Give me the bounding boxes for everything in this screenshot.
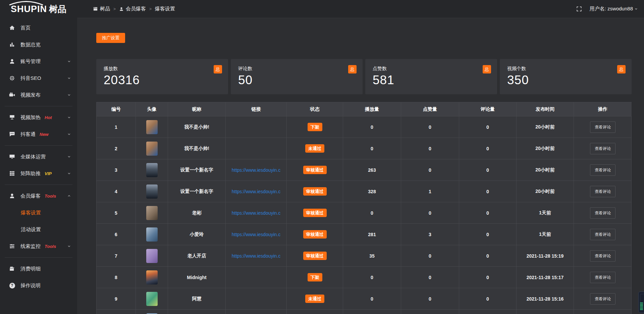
cell-nickname: Midnight: [168, 267, 226, 288]
cell-publish-time: [517, 310, 574, 314]
avatar: [146, 270, 158, 284]
sidebar-item-douyin-seo[interactable]: 抖音SEO: [0, 70, 77, 87]
cell-id: 10: [97, 310, 136, 314]
table-row: 1我不是小帅!下架00020小时前查看评论: [97, 116, 631, 138]
videos-table: 编号 头像 昵称 链接 状态 播放量 点赞量 评论量 发布时间 操作 1我不是小…: [96, 102, 632, 314]
column-header-plays: 播放量: [343, 102, 401, 116]
video-link[interactable]: https://www.iesdouyin.c: [232, 253, 281, 259]
view-comments-button[interactable]: 查看评论: [590, 164, 615, 176]
cell-id: 8: [97, 267, 136, 288]
cell-status: 审核通过: [287, 245, 343, 267]
video-link[interactable]: https://www.iesdouyin.c: [232, 232, 281, 237]
sidebar-item-douketong[interactable]: 抖客通 New: [0, 126, 77, 143]
gear-icon: [9, 75, 15, 82]
sidebar-item-matrix-boost[interactable]: 矩阵助推 VIP: [0, 165, 77, 182]
sidebar-item-clue-monitor[interactable]: 线索监控 Tools: [0, 238, 77, 255]
view-comments-button[interactable]: 查看评论: [590, 207, 615, 219]
sidebar-subitem-activity-settings[interactable]: 活动设置: [0, 221, 77, 238]
table-header: 编号 头像 昵称 链接 状态 播放量 点赞量 评论量 发布时间 操作: [97, 102, 631, 116]
sidebar-item-home[interactable]: 首页: [0, 19, 77, 36]
new-badge: New: [40, 132, 49, 137]
breadcrumb-item-member-baoke[interactable]: 会员爆客: [119, 6, 146, 12]
view-comments-button[interactable]: 查看评论: [590, 143, 615, 154]
avatar: [146, 185, 158, 199]
avatar: [146, 292, 158, 306]
video-link[interactable]: https://www.iesdouyin.c: [232, 189, 281, 194]
column-header-link: 链接: [226, 102, 287, 116]
sidebar-item-consumption-detail[interactable]: 消费明细: [0, 260, 77, 277]
cell-likes: 0: [401, 245, 459, 267]
user-icon: [9, 58, 15, 65]
total-badge: 总: [348, 65, 357, 73]
cell-likes: 0: [401, 116, 459, 138]
cell-actions: 查看评论: [574, 138, 632, 159]
cell-likes: [401, 310, 459, 314]
help-icon: ?: [9, 282, 15, 289]
chevron-down-icon: [67, 132, 71, 136]
cell-avatar: [136, 116, 168, 138]
stat-label: 视频个数: [507, 66, 624, 72]
cell-comments: 0: [459, 202, 517, 224]
sidebar-subitem-baoke-settings[interactable]: 爆客设置: [0, 204, 77, 221]
cell-plays: 0: [343, 202, 401, 224]
breadcrumb-separator: >: [113, 7, 116, 11]
cell-id: 6: [97, 224, 136, 245]
total-badge: 总: [214, 65, 222, 73]
sidebar-item-all-media[interactable]: 全媒体运营: [0, 148, 77, 165]
cell-nickname: 设置一个新名字: [168, 159, 226, 181]
home-icon: [9, 24, 15, 31]
user-menu[interactable]: 用户名: zswodun88: [590, 6, 638, 12]
video-link[interactable]: https://www.iesdouyin.c: [232, 167, 281, 173]
avatar: [146, 206, 158, 220]
sidebar-item-data-overview[interactable]: 数据总览: [0, 36, 77, 53]
fullscreen-icon[interactable]: [576, 6, 582, 12]
cell-nickname: 我不是小帅!: [168, 116, 226, 138]
tools-badge: Tools: [45, 244, 56, 249]
breadcrumb-item-home[interactable]: 树品: [93, 6, 110, 12]
sidebar-divider: [5, 106, 72, 106]
sidebar-divider: [5, 145, 72, 146]
cell-status: 下架: [287, 267, 343, 288]
cell-status: 未通过: [287, 288, 343, 310]
sidebar-item-video-heating[interactable]: 视频加热 Hot: [0, 109, 77, 126]
stat-label: 播放数: [104, 66, 221, 72]
view-comments-button[interactable]: 查看评论: [590, 186, 615, 197]
floating-widget[interactable]: [638, 292, 644, 313]
sidebar-item-video-publish[interactable]: 视频发布: [0, 87, 77, 103]
sidebar-item-instructions[interactable]: ? 操作说明: [0, 277, 77, 294]
sidebar-divider: [5, 257, 72, 258]
view-comments-button[interactable]: 查看评论: [590, 121, 615, 133]
view-comments-button[interactable]: 查看评论: [590, 272, 615, 283]
cell-id: 5: [97, 202, 136, 224]
chevron-down-icon: [67, 244, 71, 248]
stat-card-videos: 视频个数 350 总: [500, 59, 632, 94]
video-link[interactable]: https://www.iesdouyin.c: [232, 210, 281, 216]
sidebar-item-account-management[interactable]: 账号管理: [0, 53, 77, 70]
cell-link: https://www.iesdouyin.c: [226, 245, 287, 267]
status-badge: 下架: [308, 273, 322, 281]
stat-value: 50: [238, 73, 355, 87]
status-badge: 审核通过: [303, 230, 327, 239]
avatar: [146, 142, 158, 156]
cell-publish-time: 20小时前: [517, 181, 574, 202]
app-logo[interactable]: SHUPIN 树品: [0, 0, 77, 18]
view-comments-button[interactable]: 查看评论: [590, 229, 615, 240]
cell-likes: 3: [401, 224, 459, 245]
chevron-down-icon: [67, 76, 71, 80]
cell-actions: 查看评论: [574, 288, 632, 310]
cell-nickname: 设置一个新名字: [168, 181, 226, 202]
cell-status: 审核通过: [287, 202, 343, 224]
topbar: 树品 > 会员爆客 > 爆客设置 用户名: zswodun88: [77, 0, 644, 18]
sidebar-item-member-baoke[interactable]: 会员爆客 Tools: [0, 188, 77, 204]
cell-actions: 查看评论: [574, 181, 632, 202]
view-comments-button[interactable]: 查看评论: [590, 293, 615, 305]
breadcrumb-item-current: 爆客设置: [155, 6, 175, 12]
view-comments-button[interactable]: 查看评论: [590, 250, 615, 262]
column-header-id: 编号: [97, 102, 136, 116]
chevron-down-icon: [634, 7, 638, 11]
chevron-down-icon: [67, 115, 71, 119]
breadcrumb-separator: >: [149, 7, 152, 11]
cell-link: https://www.iesdouyin.c: [226, 181, 287, 202]
cell-nickname: 小爱玲: [168, 224, 226, 245]
promotion-settings-button[interactable]: 推广设置: [96, 33, 125, 43]
